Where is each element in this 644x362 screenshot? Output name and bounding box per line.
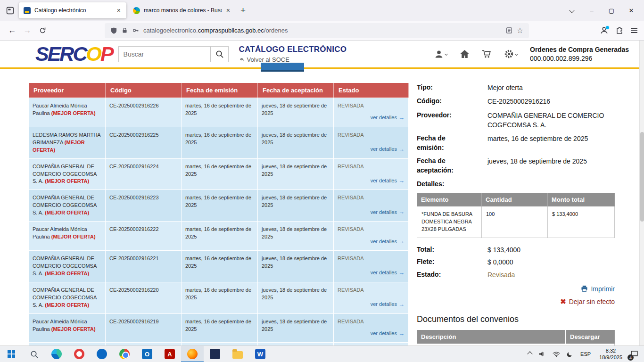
search-icon xyxy=(215,50,223,58)
window-maximize-button[interactable]: ▢ xyxy=(602,2,621,18)
taskbar-app-outlook[interactable]: O xyxy=(136,346,158,362)
site-searchbox xyxy=(118,46,229,62)
action-center-button[interactable]: 4 xyxy=(627,346,644,362)
browser-tab-active[interactable]: Catálogo electrónico × xyxy=(19,2,126,18)
taskbar-app-dark[interactable] xyxy=(204,346,226,362)
ver-detalles-link[interactable]: ver detalles→ xyxy=(371,237,405,246)
arrow-right-icon: → xyxy=(398,237,405,246)
start-button[interactable] xyxy=(0,346,23,362)
partially-scrolled-button[interactable] xyxy=(261,63,304,72)
volume-button[interactable] xyxy=(535,346,549,362)
reload-button[interactable] xyxy=(35,23,50,38)
arrow-right-icon: → xyxy=(398,114,405,123)
acceptance-date: jueves, 18 de septiembre de 2025 xyxy=(258,282,334,313)
taskbar-search-button[interactable] xyxy=(23,346,45,362)
ver-detalles-link[interactable]: ver detalles→ xyxy=(371,329,405,338)
network-button[interactable] xyxy=(549,346,563,362)
page-scrollbar[interactable] xyxy=(639,41,644,346)
dejar-sin-efecto-link[interactable]: ✖Dejar sin efecto xyxy=(560,297,615,306)
permissions-key-icon[interactable] xyxy=(132,27,139,33)
tab-title: marco manos de colores - Busc xyxy=(144,7,222,14)
provider-cell: Paucar Almeida Mónica Paulina (MEJOR OFE… xyxy=(29,98,106,127)
bookmark-star-icon[interactable]: ☆ xyxy=(517,26,523,35)
sercop-logo[interactable]: SERCOP xyxy=(35,44,113,64)
doc-col-descripcion: Descripción xyxy=(417,330,566,344)
cart-icon[interactable] xyxy=(482,49,492,58)
forward-button[interactable]: → xyxy=(20,23,35,38)
page-viewport: SERCOP CATÁLOGO ELECTRÓNICO Volver al SO… xyxy=(0,41,644,346)
search-input[interactable] xyxy=(118,46,211,62)
status-label: REVISADA xyxy=(338,132,364,139)
taskbar-app-chrome[interactable] xyxy=(113,346,136,362)
address-bar[interactable]: catalogoelectronico.compraspublicas.gob.… xyxy=(105,23,529,38)
wifi-icon xyxy=(553,351,560,357)
opera-icon xyxy=(74,349,84,359)
orders-table-body: Paucar Almeida Mónica Paulina (MEJOR OFE… xyxy=(29,98,409,346)
documents-table: Descripción Descargar CM COGECOMSA S. A.… xyxy=(417,330,615,346)
order-code: CE-20250002916225 xyxy=(106,127,182,158)
taskbar-app-skype[interactable] xyxy=(91,346,113,362)
aceptacion-label: Fecha de aceptación: xyxy=(417,156,464,175)
taskbar-app-word[interactable]: W xyxy=(249,346,272,362)
hidden-icons-button[interactable] xyxy=(525,346,535,362)
word-icon: W xyxy=(255,349,265,359)
moon-icon xyxy=(567,351,573,357)
extensions-icon[interactable] xyxy=(616,27,623,34)
arrow-right-icon: → xyxy=(398,177,405,186)
taskbar-clock[interactable]: 8:3218/9/2025 xyxy=(595,347,627,361)
back-button[interactable]: ← xyxy=(5,23,20,38)
mejor-oferta-label: (MEJOR OFERTA) xyxy=(51,326,96,332)
ver-detalles-link[interactable]: ver detalles→ xyxy=(371,269,405,278)
search-button[interactable] xyxy=(211,46,229,62)
taskbar-app-firefox[interactable] xyxy=(181,346,204,362)
emission-date: martes, 16 de septiembre de 2025 xyxy=(182,343,258,346)
home-icon[interactable] xyxy=(460,49,470,58)
orders-generated-label: Ordenes de Compra Generadas xyxy=(530,46,630,53)
reader-mode-icon[interactable] xyxy=(506,27,512,34)
account-icon[interactable] xyxy=(600,26,608,34)
tab-close-icon[interactable]: × xyxy=(225,7,231,14)
order-code: CE-20250002916224 xyxy=(106,159,182,190)
ver-detalles-link[interactable]: ver detalles→ xyxy=(371,145,405,154)
lock-icon[interactable] xyxy=(122,27,128,34)
orders-generated-number: 000.000.002.899.296 xyxy=(530,55,630,62)
ver-detalles-link[interactable]: ver detalles→ xyxy=(371,300,405,309)
taskbar-app-opera[interactable] xyxy=(68,346,91,362)
file-explorer-icon xyxy=(232,351,243,359)
mejor-oferta-label: (MEJOR OFERTA) xyxy=(45,271,89,276)
taskbar-file-explorer[interactable] xyxy=(226,346,249,362)
language-indicator[interactable]: ESP xyxy=(576,351,595,357)
order-code: CE-20250002916220 xyxy=(106,282,182,313)
imprimir-link[interactable]: Imprimir xyxy=(581,285,615,293)
volver-soce-link[interactable]: Volver al SOCE xyxy=(239,56,347,63)
ver-detalles-link[interactable]: ver detalles→ xyxy=(371,208,405,217)
orders-table: Proveedor Código Fecha de emisión Fecha … xyxy=(29,83,409,346)
user-menu-icon[interactable] xyxy=(434,49,447,59)
tab-close-icon[interactable]: × xyxy=(116,7,122,14)
hamburger-menu-icon[interactable] xyxy=(631,28,637,33)
emission-date: martes, 16 de septiembre de 2025 xyxy=(182,98,258,127)
window-close-button[interactable]: ✕ xyxy=(621,2,641,18)
tab-list-dropdown-icon[interactable] xyxy=(562,2,582,18)
provider-cell: LEDESMA RAMOS MARTHA GRIMANEZA (MEJOR OF… xyxy=(29,127,106,158)
table-row: LEDESMA RAMOS MARTHA GRIMANEZA (MEJOR OF… xyxy=(29,127,409,158)
doc-col-descargar: Descargar xyxy=(566,330,614,344)
nightlight-button[interactable] xyxy=(563,346,576,362)
shield-icon[interactable] xyxy=(110,27,117,34)
scrollbar-thumb[interactable] xyxy=(640,132,644,222)
browser-tab-inactive[interactable]: marco manos de colores - Busc × xyxy=(128,2,236,18)
table-row: COMPAÑIA GENERAL DE COMERCIO COGECOMSA S… xyxy=(29,250,409,282)
taskbar-app-acrobat[interactable]: A xyxy=(158,346,181,362)
settings-gear-icon[interactable] xyxy=(504,49,518,59)
window-minimize-button[interactable]: – xyxy=(582,2,602,18)
taskbar-app-edge[interactable] xyxy=(45,346,68,362)
doc-descripcion: CM COGECOMSA S. A. xyxy=(417,344,566,346)
return-icon xyxy=(239,57,245,63)
ver-detalles-link[interactable]: ver detalles→ xyxy=(371,177,405,186)
ver-detalles-link[interactable]: ver detalles→ xyxy=(371,114,405,123)
chrome-icon xyxy=(119,349,130,359)
provider-cell: Paucar Almeida Mónica Paulina (MEJOR OFE… xyxy=(29,222,106,250)
new-tab-button[interactable]: + xyxy=(236,5,250,16)
firefox-view-icon[interactable] xyxy=(3,3,17,17)
provider-cell: COMPAÑIA GENERAL DE COMERCIO COGECOMSA S… xyxy=(29,190,106,221)
